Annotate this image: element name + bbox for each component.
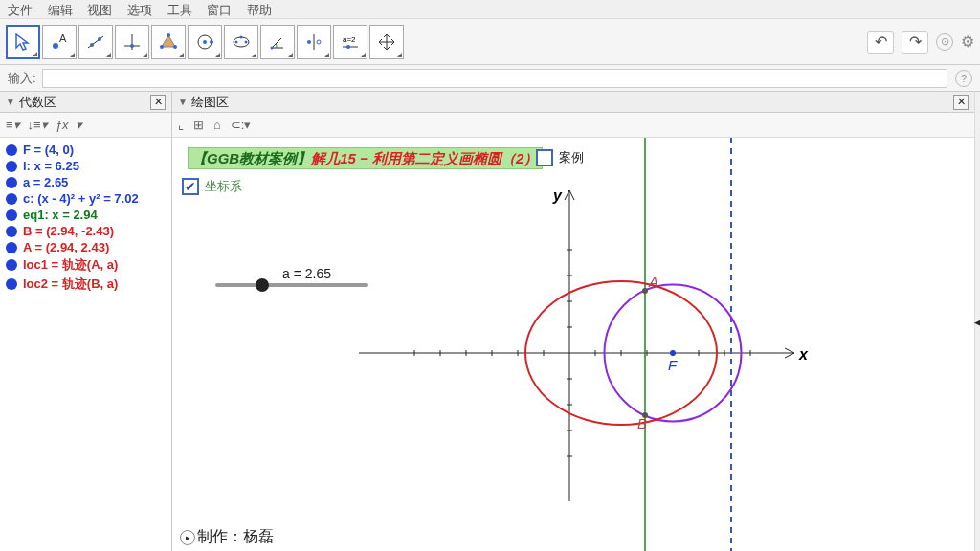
algebra-item[interactable]: l: x = 6.25 xyxy=(2,158,169,174)
algebra-close-button[interactable]: ✕ xyxy=(150,95,166,110)
command-input[interactable] xyxy=(42,69,947,88)
svg-point-11 xyxy=(160,45,164,49)
slider-track[interactable] xyxy=(215,283,368,287)
lesson-title: 【GGB教材案例】解几15 − 利用第二定义画椭圆（2） xyxy=(182,147,548,171)
visibility-dot-icon[interactable] xyxy=(6,144,17,156)
home-icon[interactable]: ⌂ xyxy=(213,118,221,132)
tool-move[interactable] xyxy=(6,25,40,59)
visibility-dot-icon[interactable] xyxy=(6,259,17,271)
case-checkbox[interactable] xyxy=(536,149,553,166)
svg-point-57 xyxy=(642,288,648,294)
input-bar: 输入: ? xyxy=(0,65,980,92)
author-label: ▸ 制作：杨磊 xyxy=(180,527,274,547)
tool-angle[interactable] xyxy=(260,25,295,59)
visibility-dot-icon[interactable] xyxy=(6,161,17,172)
menu-view[interactable]: 视图 xyxy=(87,3,112,17)
redo-button[interactable]: ↷ xyxy=(902,31,928,54)
visibility-dot-icon[interactable] xyxy=(6,177,17,188)
svg-point-55 xyxy=(670,350,676,356)
svg-text:F: F xyxy=(668,357,678,373)
slider-a[interactable]: a = 2.65 xyxy=(215,266,368,287)
algebra-dd-icon[interactable]: ▾ xyxy=(76,118,82,132)
graphics-toolbar: ⌞ ⊞ ⌂ ⊂:▾ xyxy=(172,113,974,138)
visibility-dot-icon[interactable] xyxy=(6,242,17,253)
algebra-item[interactable]: a = 2.65 xyxy=(2,174,169,190)
slider-thumb[interactable] xyxy=(256,278,269,292)
toolbar-help-icon[interactable]: ⊙ xyxy=(936,33,953,51)
visibility-dot-icon[interactable] xyxy=(6,278,17,290)
svg-text:B: B xyxy=(637,415,647,431)
visibility-dot-icon[interactable] xyxy=(6,226,17,237)
coord-label: 坐标系 xyxy=(205,178,242,195)
plot-svg: x y F xyxy=(172,138,974,551)
tool-circle[interactable] xyxy=(188,25,222,59)
svg-point-4 xyxy=(98,37,101,41)
tool-slider[interactable]: a=2 xyxy=(333,25,368,59)
settings-gear-icon[interactable]: ⚙ xyxy=(961,33,974,51)
undo-button[interactable]: ↶ xyxy=(867,31,894,54)
graphics-canvas[interactable]: x y F xyxy=(172,138,974,551)
algebra-item-text: a = 2.65 xyxy=(23,175,68,189)
svg-text:x: x xyxy=(798,346,809,363)
graphics-header[interactable]: ▼ 绘图区 ✕ xyxy=(172,92,974,113)
svg-point-13 xyxy=(203,40,207,44)
main-toolbar: A a=2 ↶ ↷ ⊙ ⚙ xyxy=(0,19,980,65)
svg-text:y: y xyxy=(552,187,563,204)
algebra-item-text: loc1 = 轨迹(A, a) xyxy=(23,256,118,274)
svg-point-22 xyxy=(317,40,321,44)
algebra-item[interactable]: eq1: x = 2.94 xyxy=(2,207,169,223)
menu-edit[interactable]: 编辑 xyxy=(48,3,73,17)
algebra-item-text: l: x = 6.25 xyxy=(23,159,79,173)
menu-options[interactable]: 选项 xyxy=(127,3,152,17)
tool-polygon[interactable] xyxy=(151,25,186,59)
algebra-toolbar: ≡▾ ↓≡▾ ƒx ▾ xyxy=(0,113,171,138)
case-label: 案例 xyxy=(559,149,584,166)
menu-file[interactable]: 文件 xyxy=(8,3,33,17)
tool-conic[interactable] xyxy=(224,25,258,59)
algebra-list: F = (4, 0)l: x = 6.25a = 2.65c: (x - 4)²… xyxy=(0,138,171,298)
svg-point-17 xyxy=(245,40,248,43)
algebra-item[interactable]: B = (2.94, -2.43) xyxy=(2,223,169,239)
algebra-item-text: c: (x - 4)² + y² = 7.02 xyxy=(23,191,139,206)
collapse-icon: ▼ xyxy=(6,97,15,107)
grid-toggle-icon[interactable]: ⊞ xyxy=(193,118,204,132)
tool-transform[interactable] xyxy=(297,25,331,59)
algebra-item[interactable]: A = (2.94, 2.43) xyxy=(2,239,169,255)
visibility-dot-icon[interactable] xyxy=(6,209,17,221)
menu-window[interactable]: 窗口 xyxy=(207,3,232,17)
menu-tools[interactable]: 工具 xyxy=(167,3,192,17)
algebra-item[interactable]: F = (4, 0) xyxy=(2,142,169,158)
visibility-dot-icon[interactable] xyxy=(6,193,17,205)
coord-checkbox[interactable] xyxy=(182,178,199,195)
svg-text:A: A xyxy=(59,33,67,44)
graphics-panel: ▼ 绘图区 ✕ ⌞ ⊞ ⌂ ⊂:▾ x y xyxy=(172,92,974,551)
case-checkbox-row: 案例 xyxy=(536,149,584,166)
algebra-header[interactable]: ▼ 代数区 ✕ xyxy=(0,92,171,113)
tool-line[interactable] xyxy=(78,25,113,59)
tool-point[interactable]: A xyxy=(42,25,77,59)
svg-point-0 xyxy=(53,43,58,49)
svg-text:a=2: a=2 xyxy=(343,35,356,44)
side-collapse-handle[interactable]: ◂ xyxy=(974,92,980,551)
algebra-item[interactable]: loc1 = 轨迹(A, a) xyxy=(2,255,169,275)
algebra-item[interactable]: c: (x - 4)² + y² = 7.02 xyxy=(2,190,169,207)
algebra-sort2-icon[interactable]: ↓≡▾ xyxy=(28,118,48,132)
algebra-item-text: eq1: x = 2.94 xyxy=(23,208,98,222)
graphics-title: 绘图区 xyxy=(191,94,229,111)
algebra-sort1-icon[interactable]: ≡▾ xyxy=(6,118,20,132)
axes-toggle-icon[interactable]: ⌞ xyxy=(178,118,184,132)
svg-point-16 xyxy=(235,40,238,43)
tool-move-view[interactable] xyxy=(369,25,404,59)
snap-icon[interactable]: ⊂:▾ xyxy=(231,118,252,132)
menu-help[interactable]: 帮助 xyxy=(247,3,272,17)
svg-point-3 xyxy=(90,43,94,47)
algebra-fx-icon[interactable]: ƒx xyxy=(56,118,69,132)
algebra-item-text: loc2 = 轨迹(B, a) xyxy=(23,276,118,293)
input-help-icon[interactable]: ? xyxy=(955,70,972,87)
algebra-item[interactable]: loc2 = 轨迹(B, a) xyxy=(2,275,169,294)
play-icon[interactable]: ▸ xyxy=(180,530,195,545)
svg-point-10 xyxy=(173,45,177,49)
tool-perpendicular[interactable] xyxy=(115,25,149,59)
svg-text:A: A xyxy=(648,274,658,290)
graphics-close-button[interactable]: ✕ xyxy=(953,95,969,110)
